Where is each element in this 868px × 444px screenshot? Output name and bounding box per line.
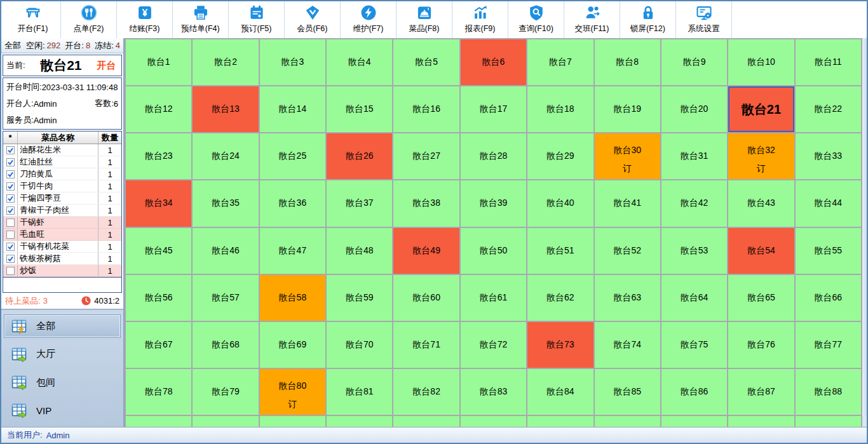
table-cell[interactable]: 散台48 — [327, 228, 392, 274]
table-cell[interactable]: 散台28 — [461, 133, 526, 179]
table-cell[interactable]: 散台27 — [393, 133, 459, 179]
dish-row[interactable]: 炒饭1 — [3, 265, 121, 277]
table-cell[interactable]: 散台69 — [260, 322, 325, 368]
table-cell[interactable]: 散台82 — [393, 369, 459, 415]
dish-checkbox[interactable] — [3, 168, 18, 180]
checkbox-unchecked-icon[interactable] — [6, 231, 15, 239]
table-cell[interactable]: 散台37 — [327, 180, 392, 226]
table-cell[interactable]: 散台25 — [260, 133, 325, 179]
table-cell[interactable]: 散台22 — [796, 86, 861, 132]
table-cell[interactable]: 散台57 — [193, 275, 258, 321]
checkbox-unchecked-icon[interactable] — [6, 219, 15, 227]
checkbox-unchecked-icon[interactable] — [6, 267, 15, 275]
table-cell[interactable]: 散台40 — [527, 180, 593, 226]
table-cell[interactable]: 散台35 — [193, 180, 258, 226]
table-cell[interactable]: 散台50 — [461, 228, 526, 274]
table-cell[interactable]: 散台55 — [796, 228, 861, 274]
table-cell[interactable]: 散台68 — [193, 322, 258, 368]
dish-row[interactable]: 毛血旺1 — [3, 229, 121, 241]
table-cell[interactable]: 散台18 — [527, 86, 593, 132]
dish-row[interactable]: 红油肚丝1 — [3, 156, 121, 168]
dish-checkbox[interactable] — [3, 205, 18, 216]
table-cell-cutoff[interactable] — [260, 416, 325, 427]
checkbox-checked-icon[interactable] — [6, 146, 15, 154]
table-cell[interactable]: 散台41 — [595, 180, 660, 226]
vertical-scrollbar[interactable] — [862, 38, 867, 416]
table-cell[interactable]: 散台59 — [327, 275, 392, 321]
table-cell[interactable]: 散台52 — [595, 228, 660, 274]
dish-checkbox[interactable] — [3, 144, 18, 156]
checkbox-checked-icon[interactable] — [6, 194, 15, 203]
table-cell[interactable]: 散台2 — [193, 39, 258, 85]
table-cell[interactable]: 散台79 — [193, 369, 258, 415]
table-cell[interactable]: 散台86 — [661, 369, 727, 415]
dish-checkbox[interactable] — [3, 180, 18, 192]
table-cell[interactable]: 散台73 — [527, 322, 593, 368]
table-cell[interactable]: 散台71 — [393, 322, 459, 368]
table-cell[interactable]: 散台75 — [661, 322, 727, 368]
table-cell[interactable]: 散台34 — [126, 180, 191, 226]
dish-row[interactable]: 刀拍黄瓜1 — [3, 168, 121, 180]
dish-row[interactable]: 铁板茶树菇1 — [3, 253, 121, 265]
table-cell[interactable]: 散台3 — [260, 39, 325, 85]
table-cell[interactable]: 散台19 — [595, 86, 660, 132]
table-cell-cutoff[interactable] — [126, 416, 191, 427]
table-cell[interactable]: 散台17 — [461, 86, 526, 132]
dish-checkbox[interactable] — [3, 192, 18, 204]
dish-row[interactable]: 干煸四季豆1 — [3, 192, 121, 205]
dish-checkbox[interactable] — [3, 229, 18, 240]
table-cell[interactable]: 散台83 — [461, 369, 526, 415]
table-cell[interactable]: 散台32订 — [728, 133, 794, 179]
table-cell[interactable]: 散台87 — [728, 369, 794, 415]
toolbar-button[interactable]: 预订(F5) — [229, 1, 285, 38]
toolbar-button[interactable]: 点单(F2) — [61, 1, 117, 38]
table-cell[interactable]: 散台39 — [461, 180, 526, 226]
table-cell[interactable]: 散台7 — [527, 39, 593, 85]
dish-checkbox[interactable] — [3, 156, 18, 168]
table-cell[interactable]: 散台67 — [126, 322, 191, 368]
table-cell[interactable]: 散台53 — [661, 228, 727, 274]
table-cell[interactable]: 散台65 — [728, 275, 794, 321]
table-cell[interactable]: 散台47 — [260, 228, 325, 274]
table-cell[interactable]: 散台54 — [728, 228, 794, 274]
table-cell[interactable]: 散台8 — [595, 39, 660, 85]
table-cell[interactable]: 散台15 — [327, 86, 392, 132]
toolbar-button[interactable]: 会员(F6) — [285, 1, 341, 38]
table-cell-cutoff[interactable] — [393, 416, 459, 427]
table-cell[interactable]: 散台6 — [461, 39, 526, 85]
summary-scope[interactable]: 全部 — [4, 40, 21, 51]
table-cell[interactable]: 散台62 — [527, 275, 593, 321]
table-cell[interactable]: 散台16 — [393, 86, 459, 132]
table-cell[interactable]: 散台64 — [661, 275, 727, 321]
toolbar-button[interactable]: 系统设置 — [676, 1, 732, 38]
table-cell[interactable]: 散台21 — [728, 86, 794, 132]
dish-row[interactable]: 干锅有机花菜1 — [3, 241, 121, 253]
table-cell[interactable]: 散台85 — [595, 369, 660, 415]
checkbox-checked-icon[interactable] — [6, 243, 15, 251]
table-cell[interactable]: 散台11 — [796, 39, 861, 85]
table-cell[interactable]: 散台33 — [796, 133, 861, 179]
table-cell-cutoff[interactable] — [193, 416, 258, 427]
table-cell[interactable]: 散台63 — [595, 275, 660, 321]
checkbox-checked-icon[interactable] — [6, 206, 15, 215]
category-item-全部[interactable]: 全部 — [4, 314, 121, 338]
category-item-大厅[interactable]: 大厅 — [4, 342, 121, 366]
table-cell[interactable]: 散台88 — [796, 369, 861, 415]
table-cell[interactable]: 散台24 — [193, 133, 258, 179]
dish-row[interactable]: 油酥花生米1 — [3, 144, 121, 156]
category-item-VIP[interactable]: VIP — [4, 399, 121, 422]
toolbar-button[interactable]: 菜品(F8) — [397, 1, 452, 38]
table-cell[interactable]: 散台13 — [193, 86, 258, 132]
checkbox-checked-icon[interactable] — [6, 170, 15, 178]
category-item-包间[interactable]: 包间 — [4, 371, 121, 394]
toolbar-button[interactable]: 查询(F10) — [508, 1, 564, 38]
table-cell[interactable]: 散台23 — [126, 133, 191, 179]
table-cell-cutoff[interactable] — [728, 416, 794, 427]
table-cell-cutoff[interactable] — [461, 416, 526, 427]
table-cell[interactable]: 散台31 — [661, 133, 727, 179]
table-cell[interactable]: 散台20 — [661, 86, 727, 132]
table-cell-cutoff[interactable] — [661, 416, 727, 427]
table-cell[interactable]: 散台81 — [327, 369, 392, 415]
table-cell[interactable]: 散台66 — [796, 275, 861, 321]
table-cell[interactable]: 散台38 — [393, 180, 459, 226]
